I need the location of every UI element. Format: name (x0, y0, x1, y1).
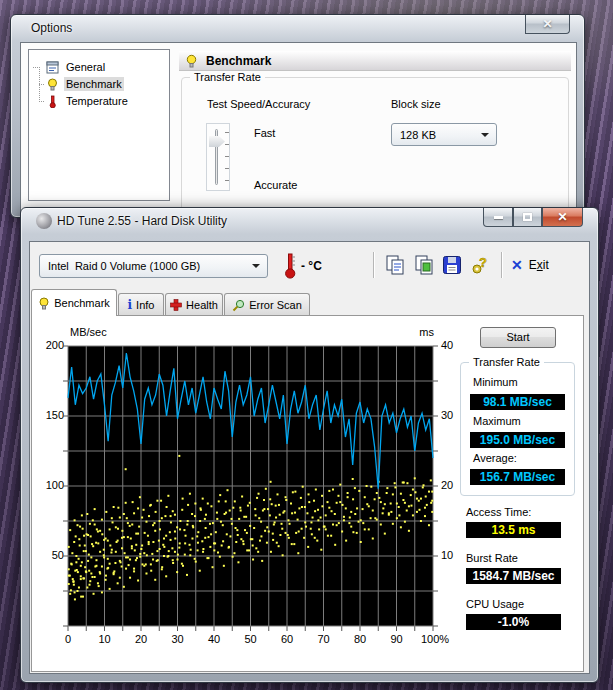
options-nav-list: General Benchmark Temperature (28, 49, 170, 201)
options-benchmark-page: Benchmark Transfer Rate Test Speed/Accur… (179, 49, 573, 215)
tab-label: Health (186, 299, 218, 311)
save-button[interactable] (439, 252, 465, 278)
x-tick-label: 90 (379, 633, 415, 645)
close-button[interactable]: ✕ (542, 208, 583, 227)
x-tick-label: 100% (415, 633, 455, 645)
access-time-label: Access Time: (466, 506, 531, 518)
left-axis-title: MB/sec (70, 326, 107, 338)
slider-accurate-label: Accurate (254, 179, 297, 191)
thermometer-icon (46, 95, 59, 108)
drive-select-value: Intel Raid 0 Volume (1000 GB) (40, 260, 200, 272)
groupbox-label: Transfer Rate (190, 71, 265, 83)
tab-label: Benchmark (54, 297, 110, 309)
speed-accuracy-label: Test Speed/Accuracy (207, 98, 310, 110)
burst-rate-label: Burst Rate (466, 552, 518, 564)
tab-label: Error Scan (249, 299, 302, 311)
thermometer-icon (283, 252, 297, 280)
close-icon: ✕ (557, 211, 567, 223)
desktop: { "options_window": { "title": "Options"… (0, 0, 613, 690)
nav-item-general[interactable]: General (43, 59, 110, 75)
options-dialog-body: General Benchmark Temperature (20, 42, 577, 218)
svg-text:?: ? (479, 255, 487, 270)
hdtune-content: Intel Raid 0 Volume (1000 GB) - °C (29, 241, 590, 674)
form-icon (46, 61, 59, 74)
group-label: Transfer Rate (469, 356, 544, 368)
block-size-select[interactable]: 128 KB (391, 123, 497, 146)
tab-info[interactable]: i Info (118, 293, 164, 316)
maximize-button[interactable] (513, 208, 542, 227)
copy-text-button[interactable] (382, 252, 408, 278)
nav-item-label: General (64, 60, 107, 74)
close-icon: ✕ (542, 18, 552, 30)
lightbulb-icon (46, 78, 59, 91)
nav-item-benchmark[interactable]: Benchmark (43, 76, 127, 92)
x-tick-label: 0 (50, 633, 86, 645)
hdtune-window-title: HD Tune 2.55 - Hard Disk Utility (57, 214, 227, 228)
minimum-value: 98.1 MB/sec (470, 394, 565, 410)
lightbulb-icon (185, 54, 198, 68)
cpu-usage-label: CPU Usage (466, 598, 524, 610)
block-size-label: Block size (391, 98, 441, 110)
right-tick-label: 20 (441, 479, 453, 491)
info-icon: i (128, 298, 133, 312)
hdtune-app-icon (36, 213, 52, 229)
toolbar-separator (501, 252, 502, 278)
transfer-rate-groupbox: Transfer Rate Test Speed/Accuracy Block … (181, 77, 569, 211)
access-time-value: 13.5 ms (466, 522, 561, 538)
options-button[interactable]: ? (467, 252, 493, 278)
hdtune-window: HD Tune 2.55 - Hard Disk Utility ✕ Intel… (20, 207, 599, 683)
options-window: Options ✕ General (10, 14, 585, 218)
chevron-down-icon (481, 133, 489, 141)
toolbar-separator (373, 252, 374, 278)
left-tick-label: 50 (34, 549, 64, 561)
save-icon (442, 255, 462, 275)
tab-benchmark[interactable]: Benchmark (31, 289, 117, 316)
options-close-button[interactable]: ✕ (525, 15, 570, 34)
cpu-usage-value: -1.0% (466, 614, 561, 630)
left-tick-label: 150 (34, 409, 64, 421)
copy-text-icon (385, 255, 405, 275)
benchmark-plot (62, 340, 439, 632)
block-size-value: 128 KB (392, 129, 436, 141)
tab-health[interactable]: Health (165, 293, 223, 316)
nav-item-label: Benchmark (64, 77, 124, 91)
minimum-label: Minimum (473, 376, 518, 388)
tab-error-scan[interactable]: Error Scan (224, 293, 310, 316)
options-window-title: Options (31, 21, 72, 35)
minimize-button[interactable] (483, 208, 513, 227)
right-axis-title: ms (408, 326, 434, 338)
burst-rate-value: 1584.7 MB/sec (466, 568, 561, 584)
benchmark-panel: MB/sec ms 200 150 100 50 40 30 20 10 0 1… (31, 315, 584, 672)
health-cross-icon (170, 299, 182, 311)
x-tick-label: 20 (123, 633, 159, 645)
nav-item-temperature[interactable]: Temperature (43, 93, 133, 109)
temperature-value: - °C (301, 259, 322, 273)
page-header-title: Benchmark (206, 54, 271, 68)
x-tick-label: 60 (269, 633, 305, 645)
exit-x-icon: ✕ (511, 258, 523, 272)
maximum-label: Maximum (473, 415, 521, 427)
x-tick-label: 40 (196, 633, 232, 645)
tab-label: Info (136, 299, 154, 311)
start-button[interactable]: Start (480, 327, 556, 348)
x-tick-label: 10 (87, 633, 123, 645)
speed-slider[interactable] (206, 123, 230, 191)
options-icon: ? (470, 255, 490, 275)
average-value: 156.7 MB/sec (470, 469, 565, 485)
maximize-icon (523, 213, 532, 221)
copy-image-button[interactable] (411, 252, 437, 278)
chevron-down-icon (252, 264, 260, 272)
tree-connector (33, 67, 40, 68)
exit-button[interactable]: ✕ Exit (511, 254, 549, 276)
left-tick-label: 100 (34, 479, 64, 491)
drive-select[interactable]: Intel Raid 0 Volume (1000 GB) (39, 254, 268, 278)
x-tick-label: 80 (342, 633, 378, 645)
minimize-icon (494, 216, 503, 219)
right-tick-label: 30 (441, 409, 453, 421)
x-tick-label: 30 (160, 633, 196, 645)
error-scan-magnifier-icon (232, 299, 245, 312)
maximum-value: 195.0 MB/sec (470, 432, 565, 448)
left-tick-label: 200 (34, 339, 64, 351)
slider-thumb[interactable] (209, 136, 225, 147)
x-tick-label: 50 (233, 633, 269, 645)
